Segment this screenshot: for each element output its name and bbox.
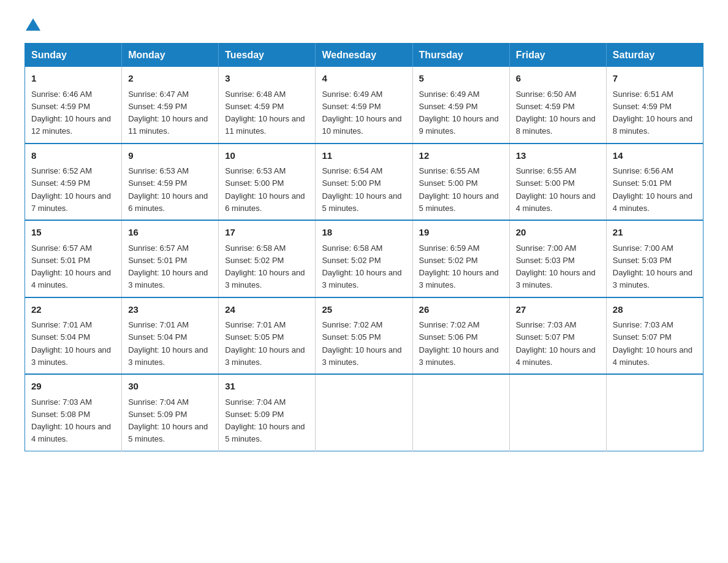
day-number: 28 bbox=[613, 303, 697, 317]
day-info: Sunrise: 6:56 AMSunset: 5:01 PMDaylight:… bbox=[613, 166, 692, 213]
day-info: Sunrise: 6:58 AMSunset: 5:02 PMDaylight:… bbox=[225, 243, 305, 290]
column-header-monday: Monday bbox=[122, 44, 219, 67]
calendar-cell: 8Sunrise: 6:52 AMSunset: 4:59 PMDaylight… bbox=[25, 144, 122, 221]
day-number: 1 bbox=[31, 72, 115, 86]
page-header bbox=[25, 18, 703, 31]
column-header-tuesday: Tuesday bbox=[219, 44, 316, 67]
calendar-cell: 4Sunrise: 6:49 AMSunset: 4:59 PMDaylight… bbox=[316, 67, 412, 144]
calendar-cell: 26Sunrise: 7:02 AMSunset: 5:06 PMDayligh… bbox=[412, 297, 509, 375]
day-number: 31 bbox=[225, 380, 309, 394]
calendar-cell: 14Sunrise: 6:56 AMSunset: 5:01 PMDayligh… bbox=[606, 144, 703, 221]
logo bbox=[25, 18, 40, 31]
day-info: Sunrise: 7:01 AMSunset: 5:04 PMDaylight:… bbox=[128, 320, 208, 367]
day-info: Sunrise: 6:55 AMSunset: 5:00 PMDaylight:… bbox=[516, 166, 596, 213]
day-info: Sunrise: 6:53 AMSunset: 4:59 PMDaylight:… bbox=[128, 166, 208, 213]
day-number: 17 bbox=[225, 226, 309, 240]
day-number: 8 bbox=[31, 149, 115, 163]
calendar-cell: 11Sunrise: 6:54 AMSunset: 5:00 PMDayligh… bbox=[316, 144, 412, 221]
column-header-saturday: Saturday bbox=[606, 44, 703, 67]
calendar-cell: 9Sunrise: 6:53 AMSunset: 4:59 PMDaylight… bbox=[122, 144, 219, 221]
day-number: 14 bbox=[613, 149, 697, 163]
calendar-cell: 18Sunrise: 6:58 AMSunset: 5:02 PMDayligh… bbox=[316, 220, 412, 297]
day-number: 11 bbox=[322, 149, 406, 163]
day-number: 5 bbox=[419, 72, 503, 86]
day-info: Sunrise: 6:49 AMSunset: 4:59 PMDaylight:… bbox=[419, 90, 499, 136]
day-number: 7 bbox=[613, 72, 697, 86]
day-info: Sunrise: 6:57 AMSunset: 5:01 PMDaylight:… bbox=[31, 243, 111, 290]
day-info: Sunrise: 6:48 AMSunset: 4:59 PMDaylight:… bbox=[225, 90, 305, 136]
day-number: 4 bbox=[322, 72, 406, 86]
calendar-cell: 25Sunrise: 7:02 AMSunset: 5:05 PMDayligh… bbox=[316, 297, 412, 375]
calendar-week-3: 15Sunrise: 6:57 AMSunset: 5:01 PMDayligh… bbox=[25, 220, 703, 297]
day-number: 2 bbox=[128, 72, 212, 86]
day-info: Sunrise: 6:51 AMSunset: 4:59 PMDaylight:… bbox=[613, 90, 692, 136]
calendar-cell: 7Sunrise: 6:51 AMSunset: 4:59 PMDaylight… bbox=[606, 67, 703, 144]
day-info: Sunrise: 6:59 AMSunset: 5:02 PMDaylight:… bbox=[419, 243, 499, 290]
calendar-cell: 30Sunrise: 7:04 AMSunset: 5:09 PMDayligh… bbox=[122, 374, 219, 451]
calendar-cell: 3Sunrise: 6:48 AMSunset: 4:59 PMDaylight… bbox=[219, 67, 316, 144]
calendar-week-2: 8Sunrise: 6:52 AMSunset: 4:59 PMDaylight… bbox=[25, 144, 703, 221]
day-info: Sunrise: 6:50 AMSunset: 4:59 PMDaylight:… bbox=[516, 90, 596, 136]
column-header-wednesday: Wednesday bbox=[316, 44, 412, 67]
calendar-cell bbox=[412, 374, 509, 451]
calendar-cell: 20Sunrise: 7:00 AMSunset: 5:03 PMDayligh… bbox=[509, 220, 606, 297]
header-row: SundayMondayTuesdayWednesdayThursdayFrid… bbox=[25, 44, 703, 67]
logo-triangle-icon bbox=[26, 18, 40, 31]
day-info: Sunrise: 7:03 AMSunset: 5:07 PMDaylight:… bbox=[516, 320, 596, 367]
column-header-thursday: Thursday bbox=[412, 44, 509, 67]
calendar-cell: 1Sunrise: 6:46 AMSunset: 4:59 PMDaylight… bbox=[25, 67, 122, 144]
calendar-cell: 29Sunrise: 7:03 AMSunset: 5:08 PMDayligh… bbox=[25, 374, 122, 451]
day-info: Sunrise: 7:02 AMSunset: 5:05 PMDaylight:… bbox=[322, 320, 401, 367]
day-number: 20 bbox=[516, 226, 600, 240]
calendar-cell: 31Sunrise: 7:04 AMSunset: 5:09 PMDayligh… bbox=[219, 374, 316, 451]
day-number: 26 bbox=[419, 303, 503, 317]
day-number: 15 bbox=[31, 226, 115, 240]
calendar-body: 1Sunrise: 6:46 AMSunset: 4:59 PMDaylight… bbox=[25, 67, 703, 451]
day-info: Sunrise: 6:58 AMSunset: 5:02 PMDaylight:… bbox=[322, 243, 401, 290]
day-info: Sunrise: 7:03 AMSunset: 5:08 PMDaylight:… bbox=[31, 397, 111, 444]
day-info: Sunrise: 6:53 AMSunset: 5:00 PMDaylight:… bbox=[225, 166, 305, 213]
column-header-friday: Friday bbox=[509, 44, 606, 67]
day-number: 6 bbox=[516, 72, 600, 86]
day-number: 29 bbox=[31, 380, 115, 394]
calendar-cell: 28Sunrise: 7:03 AMSunset: 5:07 PMDayligh… bbox=[606, 297, 703, 375]
calendar-table: SundayMondayTuesdayWednesdayThursdayFrid… bbox=[25, 43, 703, 451]
day-number: 9 bbox=[128, 149, 212, 163]
column-header-sunday: Sunday bbox=[25, 44, 122, 67]
calendar-cell: 27Sunrise: 7:03 AMSunset: 5:07 PMDayligh… bbox=[509, 297, 606, 375]
day-info: Sunrise: 6:54 AMSunset: 5:00 PMDaylight:… bbox=[322, 166, 401, 213]
day-info: Sunrise: 7:00 AMSunset: 5:03 PMDaylight:… bbox=[613, 243, 692, 290]
day-number: 18 bbox=[322, 226, 406, 240]
day-info: Sunrise: 6:47 AMSunset: 4:59 PMDaylight:… bbox=[128, 90, 208, 136]
calendar-header: SundayMondayTuesdayWednesdayThursdayFrid… bbox=[25, 44, 703, 67]
day-info: Sunrise: 6:46 AMSunset: 4:59 PMDaylight:… bbox=[31, 90, 111, 136]
calendar-cell: 17Sunrise: 6:58 AMSunset: 5:02 PMDayligh… bbox=[219, 220, 316, 297]
day-number: 24 bbox=[225, 303, 309, 317]
day-info: Sunrise: 6:52 AMSunset: 4:59 PMDaylight:… bbox=[31, 166, 111, 213]
calendar-cell: 21Sunrise: 7:00 AMSunset: 5:03 PMDayligh… bbox=[606, 220, 703, 297]
calendar-cell: 16Sunrise: 6:57 AMSunset: 5:01 PMDayligh… bbox=[122, 220, 219, 297]
day-number: 30 bbox=[128, 380, 212, 394]
day-number: 16 bbox=[128, 226, 212, 240]
day-number: 3 bbox=[225, 72, 309, 86]
calendar-cell: 13Sunrise: 6:55 AMSunset: 5:00 PMDayligh… bbox=[509, 144, 606, 221]
day-info: Sunrise: 7:01 AMSunset: 5:05 PMDaylight:… bbox=[225, 320, 305, 367]
day-info: Sunrise: 7:03 AMSunset: 5:07 PMDaylight:… bbox=[613, 320, 692, 367]
calendar-cell: 10Sunrise: 6:53 AMSunset: 5:00 PMDayligh… bbox=[219, 144, 316, 221]
day-number: 13 bbox=[516, 149, 600, 163]
day-number: 22 bbox=[31, 303, 115, 317]
calendar-cell bbox=[316, 374, 412, 451]
day-number: 23 bbox=[128, 303, 212, 317]
calendar-cell: 2Sunrise: 6:47 AMSunset: 4:59 PMDaylight… bbox=[122, 67, 219, 144]
day-info: Sunrise: 6:57 AMSunset: 5:01 PMDaylight:… bbox=[128, 243, 208, 290]
day-info: Sunrise: 7:04 AMSunset: 5:09 PMDaylight:… bbox=[128, 397, 208, 444]
day-info: Sunrise: 7:04 AMSunset: 5:09 PMDaylight:… bbox=[225, 397, 305, 444]
day-number: 10 bbox=[225, 149, 309, 163]
day-info: Sunrise: 6:55 AMSunset: 5:00 PMDaylight:… bbox=[419, 166, 499, 213]
day-info: Sunrise: 7:01 AMSunset: 5:04 PMDaylight:… bbox=[31, 320, 111, 367]
calendar-cell bbox=[509, 374, 606, 451]
day-number: 21 bbox=[613, 226, 697, 240]
calendar-cell: 15Sunrise: 6:57 AMSunset: 5:01 PMDayligh… bbox=[25, 220, 122, 297]
day-number: 27 bbox=[516, 303, 600, 317]
day-number: 12 bbox=[419, 149, 503, 163]
